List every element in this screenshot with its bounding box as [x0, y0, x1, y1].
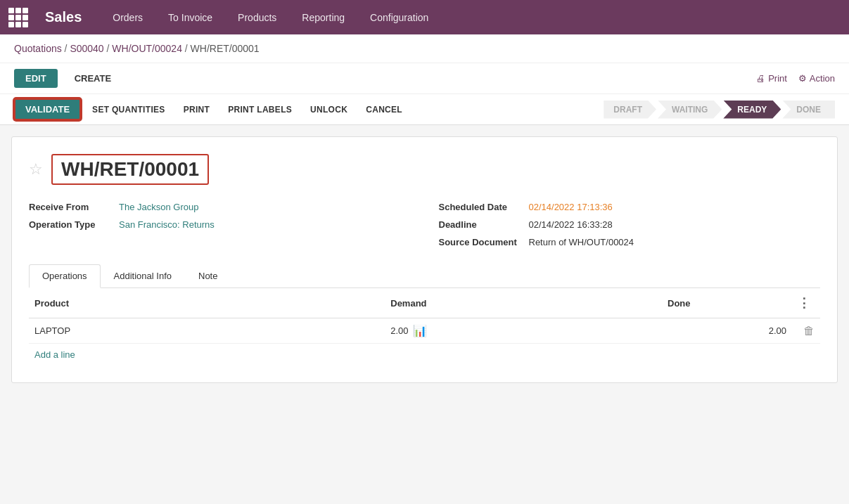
- right-fields: Scheduled Date 02/14/2022 17:13:36 Deadl…: [439, 202, 821, 247]
- favorite-star-icon[interactable]: ☆: [29, 160, 43, 179]
- field-operation-type: Operation Type San Francisco: Returns: [29, 219, 411, 230]
- breadcrumb-quotations[interactable]: Quotations: [14, 43, 62, 54]
- print-button[interactable]: 🖨 Print: [756, 73, 787, 84]
- chart-icon[interactable]: 📊: [413, 324, 427, 337]
- create-button[interactable]: CREATE: [63, 69, 122, 88]
- col-demand: Demand: [385, 288, 662, 318]
- print-sub-button[interactable]: PRINT: [177, 101, 217, 119]
- tab-operations[interactable]: Operations: [29, 264, 101, 288]
- validate-button[interactable]: VALIDATE: [14, 98, 81, 120]
- action-bar: EDIT CREATE 🖨 Print ⚙ Action: [0, 63, 849, 94]
- status-waiting: WAITING: [658, 101, 722, 119]
- nav-orders[interactable]: Orders: [107, 9, 148, 26]
- printer-icon: 🖨: [756, 73, 765, 84]
- field-source-document: Source Document Return of WH/OUT/00024: [439, 237, 821, 247]
- cell-product: LAPTOP: [29, 318, 385, 344]
- field-scheduled-date: Scheduled Date 02/14/2022 17:13:36: [439, 202, 821, 212]
- unlock-button[interactable]: UNLOCK: [303, 101, 355, 119]
- sub-action-left: VALIDATE SET QUANTITIES PRINT PRINT LABE…: [14, 98, 409, 120]
- main-content: ☆ WH/RET/00001 Receive From The Jackson …: [11, 136, 838, 383]
- tabs: Operations Additional Info Note: [29, 264, 820, 288]
- col-done: Done: [662, 288, 792, 318]
- brand-logo: Sales: [45, 9, 82, 25]
- top-navigation: Sales Orders To Invoice Products Reporti…: [0, 0, 849, 34]
- record-header: ☆ WH/RET/00001: [29, 154, 820, 185]
- demand-value: 2.00: [390, 325, 408, 336]
- delete-icon[interactable]: 🗑: [803, 325, 815, 337]
- col-product: Product: [29, 288, 385, 318]
- action-bar-right: 🖨 Print ⚙ Action: [756, 73, 835, 84]
- operations-table: Product Demand Done ⋮ LAPTOP 2.00 📊 2.00: [29, 288, 820, 344]
- column-menu-icon[interactable]: ⋮: [798, 296, 810, 310]
- table-row: LAPTOP 2.00 📊 2.00 🗑: [29, 318, 820, 344]
- breadcrumb-whout[interactable]: WH/OUT/00024: [112, 43, 182, 54]
- left-fields: Receive From The Jackson Group Operation…: [29, 202, 411, 247]
- nav-reporting[interactable]: Reporting: [296, 9, 350, 26]
- breadcrumb-s00040[interactable]: S00040: [70, 43, 103, 54]
- tab-note[interactable]: Note: [185, 264, 231, 287]
- gear-icon: ⚙: [798, 73, 807, 84]
- set-quantities-button[interactable]: SET QUANTITIES: [85, 101, 172, 119]
- nav-configuration[interactable]: Configuration: [364, 9, 434, 26]
- field-receive-from: Receive From The Jackson Group: [29, 202, 411, 212]
- tab-additional-info[interactable]: Additional Info: [101, 264, 185, 287]
- cell-done: 2.00: [662, 318, 792, 344]
- add-line-link[interactable]: Add a line: [29, 344, 81, 366]
- status-done: DONE: [782, 101, 835, 119]
- status-bar: DRAFT WAITING READY DONE: [604, 101, 835, 119]
- action-button[interactable]: ⚙ Action: [798, 73, 835, 84]
- action-bar-left: EDIT CREATE: [14, 69, 122, 88]
- breadcrumb-current: WH/RET/00001: [191, 43, 260, 54]
- table-header-row: Product Demand Done ⋮: [29, 288, 820, 318]
- app-grid-icon[interactable]: [8, 8, 28, 27]
- fields-grid: Receive From The Jackson Group Operation…: [29, 202, 820, 247]
- cancel-button[interactable]: CANCEL: [359, 101, 409, 119]
- col-actions: ⋮: [792, 288, 820, 318]
- record-title: WH/RET/00001: [51, 154, 209, 185]
- field-deadline: Deadline 02/14/2022 16:33:28: [439, 219, 821, 230]
- status-draft: DRAFT: [604, 101, 656, 119]
- print-labels-button[interactable]: PRINT LABELS: [221, 101, 299, 119]
- cell-demand: 2.00 📊: [385, 318, 662, 344]
- status-ready: READY: [723, 101, 781, 119]
- nav-products[interactable]: Products: [232, 9, 282, 26]
- sub-action-bar: VALIDATE SET QUANTITIES PRINT PRINT LABE…: [0, 94, 849, 125]
- nav-to-invoice[interactable]: To Invoice: [162, 9, 218, 26]
- breadcrumb: Quotations / S00040 / WH/OUT/00024 / WH/…: [0, 34, 849, 63]
- done-value: 2.00: [769, 325, 786, 336]
- edit-button[interactable]: EDIT: [14, 69, 58, 88]
- cell-row-action: 🗑: [792, 318, 820, 344]
